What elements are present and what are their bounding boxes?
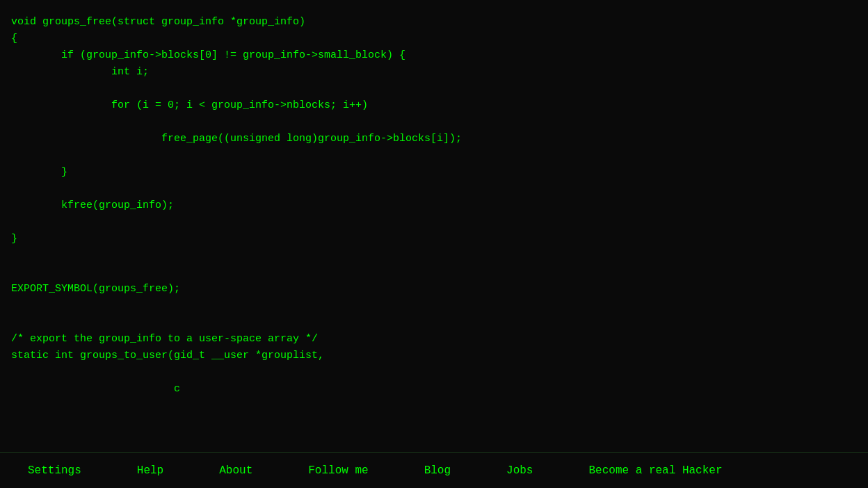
nav-item-help[interactable]: Help [109, 453, 191, 489]
nav-item-settings[interactable]: Settings [0, 453, 109, 489]
code-content: void groups_free(struct group_info *grou… [11, 14, 857, 398]
footer-navigation: Settings Help About Follow me Blog Jobs … [0, 452, 868, 488]
nav-item-blog[interactable]: Blog [396, 453, 479, 489]
nav-item-become-hacker[interactable]: Become a real Hacker [561, 453, 750, 489]
nav-item-jobs[interactable]: Jobs [479, 453, 561, 489]
nav-item-about[interactable]: About [191, 453, 280, 489]
code-display: void groups_free(struct group_info *grou… [0, 0, 868, 452]
nav-item-follow-me[interactable]: Follow me [280, 453, 396, 489]
